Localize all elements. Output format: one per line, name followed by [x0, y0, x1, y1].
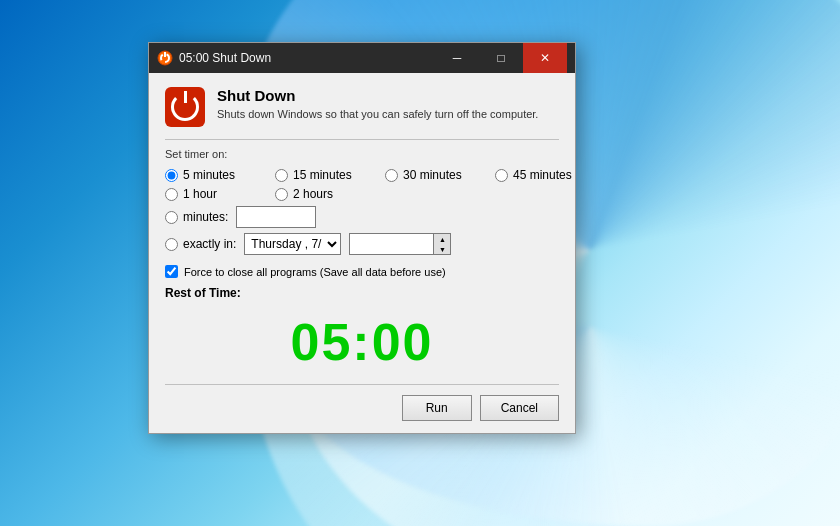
force-close-label[interactable]: Force to close all programs (Save all da… [184, 266, 446, 278]
button-divider [165, 384, 559, 385]
radio-45min[interactable] [495, 169, 508, 182]
shutdown-icon [165, 87, 205, 127]
buttons-row: Run Cancel [165, 395, 559, 421]
radio-row-2: 1 hour 2 hours [165, 187, 559, 201]
label-5min: 5 minutes [183, 168, 235, 182]
radio-exactly[interactable] [165, 238, 178, 251]
time-spin-down[interactable]: ▼ [434, 244, 450, 254]
dialog-title: Shut Down [217, 87, 538, 104]
header-text: Shut Down Shuts down Windows so that you… [217, 87, 538, 121]
time-spin-up[interactable]: ▲ [434, 234, 450, 244]
option-15min[interactable]: 15 minutes [275, 168, 365, 182]
radio-30min[interactable] [385, 169, 398, 182]
exactly-row: exactly in: Thursday , 7/ 9:30:37 AM ▲ ▼ [165, 233, 559, 255]
time-spin-buttons: ▲ ▼ [434, 233, 451, 255]
minutes-input[interactable]: 120 [236, 206, 316, 228]
header-divider [165, 139, 559, 140]
force-close-row: Force to close all programs (Save all da… [165, 265, 559, 278]
option-2hr[interactable]: 2 hours [275, 187, 365, 201]
option-45min[interactable]: 45 minutes [495, 168, 585, 182]
minutes-label: minutes: [183, 210, 228, 224]
minutes-row: minutes: 120 [165, 206, 559, 228]
titlebar-app-icon [157, 50, 173, 66]
force-close-checkbox[interactable] [165, 265, 178, 278]
header-section: Shut Down Shuts down Windows so that you… [165, 87, 559, 127]
dialog-description: Shuts down Windows so that you can safel… [217, 107, 538, 121]
dialog-window: 05:00 Shut Down ─ □ ✕ Shut Down Shuts do… [148, 42, 576, 434]
titlebar-controls: ─ □ ✕ [435, 43, 567, 73]
rest-of-time-label: Rest of Time: [165, 286, 559, 300]
timer-display: 05:00 [165, 304, 559, 384]
set-timer-label: Set timer on: [165, 148, 559, 160]
label-15min: 15 minutes [293, 168, 352, 182]
dialog-content: Shut Down Shuts down Windows so that you… [149, 73, 575, 433]
label-2hr: 2 hours [293, 187, 333, 201]
time-input[interactable]: 9:30:37 AM [349, 233, 434, 255]
time-input-container: 9:30:37 AM ▲ ▼ [349, 233, 451, 255]
label-45min: 45 minutes [513, 168, 572, 182]
cancel-button[interactable]: Cancel [480, 395, 559, 421]
label-30min: 30 minutes [403, 168, 462, 182]
minutes-option[interactable]: minutes: [165, 210, 228, 224]
maximize-button[interactable]: □ [479, 43, 523, 73]
label-1hr: 1 hour [183, 187, 217, 201]
radio-15min[interactable] [275, 169, 288, 182]
exactly-label-text: exactly in: [183, 237, 236, 251]
radio-1hr[interactable] [165, 188, 178, 201]
option-5min[interactable]: 5 minutes [165, 168, 255, 182]
radio-5min[interactable] [165, 169, 178, 182]
day-select[interactable]: Thursday , 7/ [244, 233, 341, 255]
run-button[interactable]: Run [402, 395, 472, 421]
close-button[interactable]: ✕ [523, 43, 567, 73]
radio-minutes[interactable] [165, 211, 178, 224]
exactly-option[interactable]: exactly in: [165, 237, 236, 251]
option-30min[interactable]: 30 minutes [385, 168, 475, 182]
option-1hr[interactable]: 1 hour [165, 187, 255, 201]
minimize-button[interactable]: ─ [435, 43, 479, 73]
titlebar-title: 05:00 Shut Down [179, 51, 435, 65]
radio-2hr[interactable] [275, 188, 288, 201]
titlebar: 05:00 Shut Down ─ □ ✕ [149, 43, 575, 73]
radio-row-1: 5 minutes 15 minutes 30 minutes 45 minut… [165, 168, 559, 182]
